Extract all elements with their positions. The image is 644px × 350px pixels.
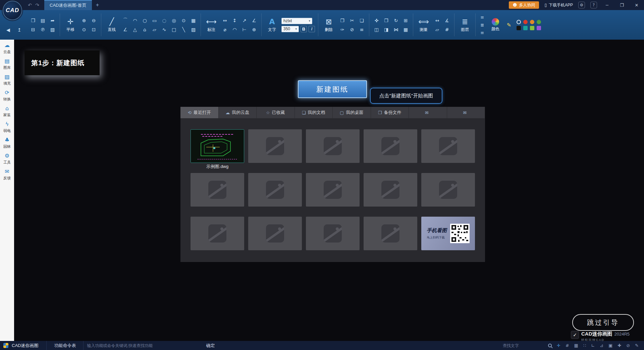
zoom-out-icon[interactable]: ⊖ (90, 16, 98, 25)
file-thumbnail[interactable]: 手机看图 马上扫码下载 (421, 129, 475, 163)
file-thumbnail[interactable]: 手机看图 马上扫码下载 (364, 173, 417, 207)
close-button[interactable]: ✕ (632, 3, 641, 8)
tab-favorites[interactable]: ☆ 已收藏 (257, 107, 295, 118)
zoom-in-icon[interactable]: ⊕ (80, 16, 88, 25)
save-icon[interactable]: ▤ (39, 16, 47, 25)
sidebar-item-home-design[interactable]: ⌂ 家装 (3, 105, 11, 118)
file-thumbnail[interactable]: 手机看图 马上扫码下载 (306, 129, 360, 163)
swatch-green[interactable] (537, 20, 541, 24)
ellipse-icon[interactable]: ◌ (160, 16, 168, 25)
file-thumbnail[interactable]: 手机看图 马上扫码下载 (364, 217, 417, 250)
format-painter-icon[interactable]: ✑ (338, 25, 346, 34)
swatch-orange[interactable] (530, 20, 534, 24)
measure-distance-icon[interactable]: ↔ (433, 16, 441, 25)
italic-button[interactable]: I (309, 26, 315, 32)
swatch-black[interactable] (517, 26, 521, 30)
baseline-dimension-icon[interactable]: ⊢ (240, 25, 249, 34)
arc-dimension-icon[interactable]: ◠ (230, 25, 239, 34)
skip-guide-button[interactable]: 跳过引导 (572, 314, 634, 331)
line-tool-button[interactable]: ╱ 直线 (104, 12, 119, 38)
grid-snap-icon[interactable]: # (566, 343, 569, 348)
file-thumbnail[interactable]: 手机看图 马上扫码下载 (306, 173, 360, 207)
find-text-input[interactable] (503, 343, 543, 348)
minimize-button[interactable]: ─ (602, 3, 612, 8)
square-icon[interactable]: □ (170, 25, 178, 34)
transparency-icon[interactable]: ≡ (479, 29, 486, 36)
donut-icon[interactable]: ◎ (170, 16, 178, 25)
zoom-extents-icon[interactable]: ⊙ (80, 25, 88, 34)
delete-tool-button[interactable]: ⊠ 删除 (321, 12, 336, 38)
triangle-icon[interactable]: △ (131, 25, 139, 34)
swatch-none[interactable] (517, 20, 521, 24)
angle-line-icon[interactable]: ∠ (121, 25, 129, 34)
color-tool-button[interactable]: 颜色 (488, 12, 503, 38)
swatch-purple[interactable] (537, 26, 541, 30)
collaboration-button[interactable]: ☻ 多人协同 (509, 1, 539, 9)
upload-icon[interactable]: ↥ (15, 26, 23, 34)
file-thumbnail[interactable]: 手机看图 马上扫码下载 (248, 173, 302, 207)
tab-extra-2[interactable]: ✉ (447, 107, 485, 118)
pdf-export-icon[interactable]: ℗ (39, 25, 47, 34)
ortho-icon[interactable]: ∟ (591, 343, 595, 348)
erase-icon[interactable]: ⊘ (348, 25, 356, 34)
polyline-icon[interactable]: ⌒ (121, 16, 129, 25)
tab-extra-1[interactable]: ✉ (409, 107, 447, 118)
settings-gear-icon[interactable]: ⚙ (578, 2, 585, 8)
sidebar-item-hatch[interactable]: ▨ 填充 (3, 74, 11, 86)
align-icon[interactable]: ≡ (358, 25, 366, 34)
rotate-icon[interactable]: ↻ (392, 16, 400, 25)
move-icon[interactable]: ✜ (372, 16, 381, 25)
arc-icon[interactable]: ◠ (131, 16, 139, 25)
polar-tracking-icon[interactable]: ⊿ (600, 343, 603, 348)
file-thumbnail[interactable]: 手机看图 马上扫码下载 (306, 217, 360, 250)
open-file-icon[interactable]: ❒ (29, 16, 37, 25)
measure-area-icon[interactable]: ▱ (433, 25, 441, 34)
search-icon[interactable] (548, 344, 552, 347)
measure-angle-icon[interactable]: ∡ (443, 16, 451, 25)
table-icon[interactable]: ▦ (189, 16, 198, 25)
polygon-icon[interactable]: ⌂ (141, 25, 149, 34)
xline-icon[interactable]: ╲ (179, 25, 188, 34)
snap-off-icon[interactable]: ⊘ (626, 343, 630, 348)
copy-object-icon[interactable]: ❐ (382, 16, 390, 25)
swatch-red[interactable] (523, 20, 528, 24)
sidebar-item-feedback[interactable]: ✉ 反馈 (3, 169, 11, 181)
file-thumbnail[interactable]: 手机看图 马上扫码下载 (421, 173, 475, 207)
sidebar-item-tools[interactable]: ⚙ 工具 (3, 153, 11, 165)
swatch-lime[interactable] (530, 26, 534, 30)
sidebar-item-electrical[interactable]: ϟ 弱电 (3, 121, 11, 133)
redo-icon[interactable]: ↷ (34, 2, 41, 8)
angular-dimension-icon[interactable]: ∠ (250, 16, 258, 25)
linear-dimension-icon[interactable]: ↔ (221, 16, 229, 25)
diameter-dimension-icon[interactable]: ⌀ (221, 25, 229, 34)
sidebar-item-convert[interactable]: ⟳ 转换 (3, 90, 11, 102)
pan-tool-button[interactable]: ✛ 平移 (63, 12, 78, 38)
font-select[interactable]: hztxt ▾ (281, 18, 312, 24)
point-icon[interactable]: ⊙ (179, 16, 188, 25)
pen-color-icon[interactable]: ✎ (505, 21, 513, 29)
back-icon[interactable]: ◀ (4, 26, 12, 34)
zoom-window-icon[interactable]: ⊡ (90, 25, 98, 34)
export-icon[interactable]: ➦ (48, 16, 57, 25)
tab-my-cloud[interactable]: ☁ 我的云盘 (219, 107, 257, 118)
vertical-dimension-icon[interactable]: ↕ (230, 16, 239, 25)
command-table-button[interactable]: 功能命令表 (46, 341, 84, 350)
tab-backup-files[interactable]: ❒ 备份文件 (371, 107, 409, 118)
linetype-icon[interactable]: ≡ (479, 13, 486, 21)
stretch-icon[interactable]: ◨ (382, 25, 390, 34)
aligned-dimension-icon[interactable]: ↗ (240, 16, 249, 25)
print-icon[interactable]: ⊟ (29, 25, 37, 34)
parallelogram-icon[interactable]: ▱ (150, 25, 159, 34)
file-thumbnail-sample[interactable]: 手机看图 马上扫码下载 (191, 129, 244, 163)
dimension-tool-button[interactable]: ⟷ 标注 (204, 12, 219, 38)
new-tab-button[interactable]: + (96, 2, 99, 8)
tab-recent-files[interactable]: ⟲ 最近打开 (180, 107, 219, 118)
center-mark-icon[interactable]: ⊕ (250, 25, 258, 34)
circle-icon[interactable]: ○ (141, 16, 149, 25)
text-tool-button[interactable]: A 文字 (265, 12, 279, 38)
text-size-select[interactable]: 350 ▾ (281, 26, 299, 32)
image-export-icon[interactable]: ▧ (48, 25, 57, 34)
tab-my-desktop[interactable]: ▢ 我的桌面 (333, 107, 371, 118)
file-thumbnail[interactable]: 手机看图 马上扫码下载 (191, 173, 244, 207)
command-search-input[interactable] (87, 343, 199, 348)
